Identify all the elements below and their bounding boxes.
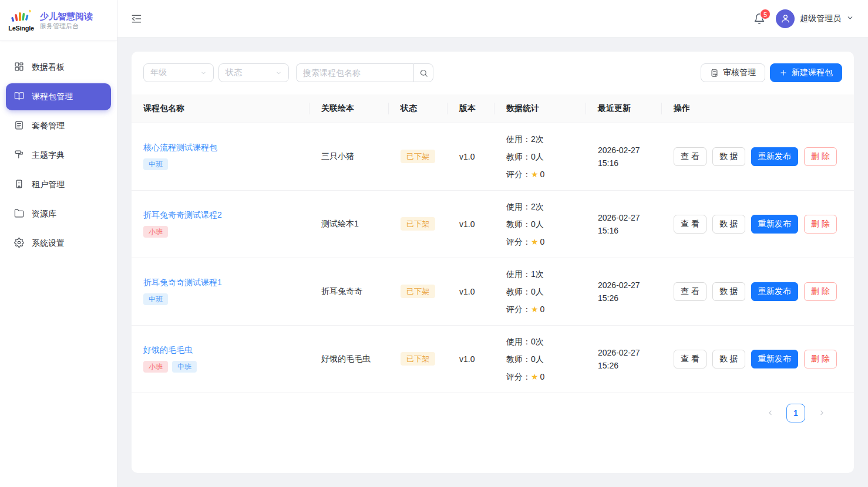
- brand-title: 少儿智慧阅读: [40, 11, 93, 22]
- actions-cell: 查 看 数 据 重新发布 删 除: [674, 350, 842, 368]
- updated-cell: 2026-02-27 15:26: [586, 258, 662, 325]
- star-icon: ★: [531, 237, 539, 246]
- star-icon: ★: [531, 372, 539, 381]
- notification-bell-icon[interactable]: 5: [753, 13, 765, 25]
- table-row: 折耳兔奇奇测试课程1 中班 折耳兔奇奇 已下架 v1.0 使用：1次 教师：0人…: [132, 258, 854, 325]
- status-badge: 已下架: [401, 352, 435, 366]
- status-select-label: 状态: [226, 67, 242, 78]
- package-list-icon: [14, 120, 24, 132]
- main-content: 年级 状态: [117, 38, 868, 487]
- teachers-value: 0人: [531, 219, 544, 229]
- data-button[interactable]: 数 据: [712, 215, 745, 234]
- chevron-down-icon: [200, 70, 207, 76]
- usage-value: 0次: [531, 337, 544, 346]
- folder-icon: [14, 208, 24, 220]
- delete-button[interactable]: 删 除: [804, 147, 837, 166]
- data-button[interactable]: 数 据: [712, 282, 745, 301]
- package-name-link[interactable]: 折耳兔奇奇测试课程1: [143, 278, 222, 288]
- view-button[interactable]: 查 看: [674, 215, 706, 234]
- actions-cell: 查 看 数 据 重新发布 删 除: [674, 215, 842, 234]
- audit-management-button[interactable]: 审核管理: [701, 63, 765, 82]
- updated-date: 2026-02-27: [598, 279, 650, 292]
- view-button[interactable]: 查 看: [674, 282, 706, 301]
- grade-tag: 中班: [143, 158, 168, 170]
- topbar-right: 5 超级管理员: [753, 9, 854, 28]
- plus-icon: [779, 69, 788, 77]
- view-button[interactable]: 查 看: [674, 350, 706, 368]
- view-button[interactable]: 查 看: [674, 147, 706, 166]
- data-button[interactable]: 数 据: [712, 350, 745, 368]
- updated-time: 15:16: [598, 224, 650, 237]
- delete-button[interactable]: 删 除: [804, 350, 837, 368]
- teachers-value: 0人: [531, 152, 544, 161]
- teachers-value: 0人: [531, 287, 544, 296]
- rating-value: 0: [540, 170, 545, 179]
- version: v1.0: [448, 123, 494, 190]
- sidebar-menu: 数据看板 课程包管理 套餐管理 主题字典 租户管理 资源库: [0, 41, 117, 259]
- sidebar-item-label: 资源库: [32, 209, 56, 219]
- prev-page-icon[interactable]: [762, 405, 778, 421]
- data-button[interactable]: 数 据: [712, 147, 745, 166]
- grade-tag: 小班: [143, 361, 168, 373]
- column-header-status: 状态: [389, 94, 448, 123]
- sidebar-item-course-packages[interactable]: 课程包管理: [6, 83, 111, 110]
- sidebar-item-label: 租户管理: [32, 180, 65, 190]
- updated-time: 15:26: [598, 292, 650, 305]
- delete-button[interactable]: 删 除: [804, 282, 837, 301]
- sidebar-item-label: 系统设置: [32, 238, 65, 249]
- table-header-row: 课程包名称 关联绘本 状态 版本 数据统计 最近更新 操作: [132, 94, 854, 123]
- content-column: 5 超级管理员 年级: [117, 0, 868, 487]
- status-select[interactable]: 状态: [218, 63, 289, 82]
- audit-management-label: 审核管理: [723, 67, 756, 78]
- column-header-version: 版本: [448, 94, 494, 123]
- star-icon: ★: [531, 170, 539, 179]
- course-package-table: 课程包名称 关联绘本 状态 版本 数据统计 最近更新 操作 核心流程测试: [132, 94, 854, 393]
- version: v1.0: [448, 325, 494, 393]
- updated-cell: 2026-02-27 15:16: [586, 190, 662, 258]
- delete-button[interactable]: 删 除: [804, 215, 837, 234]
- column-header-stats: 数据统计: [494, 94, 586, 123]
- create-package-button[interactable]: 新建课程包: [770, 63, 842, 82]
- app-page: LeSingle 少儿智慧阅读 服务管理后台 数据看板 课程包管理 套餐管理: [0, 0, 868, 487]
- book-name: 测试绘本1: [309, 190, 389, 258]
- stats-cell: 使用：2次 教师：0人 评分：★0: [494, 190, 586, 258]
- sidebar-item-plans[interactable]: 套餐管理: [6, 113, 111, 140]
- paint-roller-icon: [14, 150, 24, 161]
- sidebar-item-theme-dictionary[interactable]: 主题字典: [6, 142, 111, 169]
- status-badge: 已下架: [401, 217, 435, 231]
- republish-button[interactable]: 重新发布: [751, 215, 798, 234]
- grade-select[interactable]: 年级: [143, 63, 214, 82]
- actions-cell: 查 看 数 据 重新发布 删 除: [674, 147, 842, 166]
- grade-select-label: 年级: [150, 67, 167, 78]
- republish-button[interactable]: 重新发布: [751, 147, 798, 166]
- package-name-link[interactable]: 好饿的毛毛虫: [143, 345, 193, 356]
- sidebar-item-tenants[interactable]: 租户管理: [6, 171, 111, 198]
- brand-subtitle: 服务管理后台: [40, 22, 93, 31]
- updated-time: 15:26: [598, 359, 650, 372]
- column-header-book: 关联绘本: [309, 94, 389, 123]
- next-page-icon[interactable]: [814, 405, 829, 421]
- sidebar-item-settings[interactable]: 系统设置: [6, 230, 111, 257]
- book-name: 三只小猪: [309, 123, 389, 190]
- book-name: 好饿的毛毛虫: [309, 325, 389, 393]
- table-row: 折耳兔奇奇测试课程2 小班 测试绘本1 已下架 v1.0 使用：2次 教师：0人…: [132, 190, 854, 258]
- page-number-button[interactable]: 1: [786, 404, 805, 422]
- search-input[interactable]: [296, 63, 413, 82]
- user-menu[interactable]: 超级管理员: [776, 9, 854, 28]
- sidebar-item-resources[interactable]: 资源库: [6, 201, 111, 228]
- search-button[interactable]: [413, 63, 433, 82]
- menu-fold-icon[interactable]: [130, 13, 142, 25]
- grade-tag: 中班: [172, 361, 197, 373]
- sidebar-item-label: 套餐管理: [32, 121, 65, 131]
- package-name-link[interactable]: 折耳兔奇奇测试课程2: [143, 210, 222, 221]
- create-package-label: 新建课程包: [792, 67, 833, 78]
- package-name-link[interactable]: 核心流程测试课程包: [143, 143, 217, 153]
- sidebar-item-dashboard[interactable]: 数据看板: [6, 54, 111, 81]
- topbar: 5 超级管理员: [117, 0, 868, 38]
- lesingle-wordmark: LeSingle: [8, 25, 34, 32]
- column-header-name: 课程包名称: [132, 94, 309, 123]
- book-open-icon: [14, 91, 24, 103]
- republish-button[interactable]: 重新发布: [751, 282, 798, 301]
- republish-button[interactable]: 重新发布: [751, 350, 798, 368]
- audit-icon: [710, 69, 719, 77]
